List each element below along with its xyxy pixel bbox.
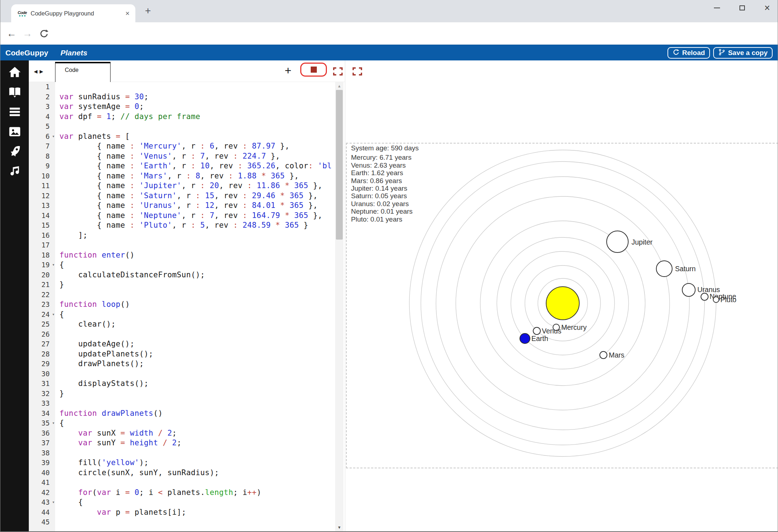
scroll-up-icon[interactable]: ▲	[335, 82, 343, 90]
branch-icon	[718, 49, 725, 58]
line-number: 38	[29, 448, 55, 458]
window-minimize-icon[interactable]	[711, 2, 723, 14]
planet-age-text: Mercury: 6.71 years	[351, 154, 419, 161]
code-text: ];	[55, 231, 335, 241]
code-text	[55, 122, 335, 132]
line-number: 36	[29, 428, 55, 438]
line-number: 15	[29, 220, 55, 231]
code-line: 17	[29, 240, 335, 250]
code-text	[55, 329, 335, 340]
fold-marker-icon[interactable]: ▾	[52, 260, 55, 270]
back-button[interactable]: ←	[4, 22, 19, 45]
line-number: 12	[29, 191, 55, 201]
output-fullscreen-icon[interactable]	[352, 67, 362, 76]
tab-close-icon[interactable]: ×	[125, 9, 130, 18]
code-line: 27 updateAge();	[29, 339, 335, 349]
code-line: 29 drawPlanets();	[29, 359, 335, 369]
music-icon	[8, 164, 22, 179]
line-number: 30	[29, 369, 55, 379]
sidebar-item-book[interactable]	[0, 85, 29, 101]
window-controls: ×	[711, 0, 773, 16]
line-number: 42	[29, 488, 55, 498]
line-number: 39	[29, 458, 55, 468]
line-number: 35▾	[29, 418, 55, 428]
sidebar-item-list[interactable]	[0, 104, 29, 121]
code-line: 15 { name : 'Pluto', r : 5, rev : 248.59…	[29, 220, 335, 231]
sidebar-item-image[interactable]	[0, 124, 29, 141]
code-line: 9 { name : 'Earth', r : 10, rev : 365.26…	[29, 161, 335, 171]
fold-marker-icon[interactable]: ▾	[52, 310, 55, 320]
code-text: }	[55, 280, 335, 290]
planet-age-text: Mars: 0.86 years	[351, 177, 419, 185]
code-line: 21}	[29, 280, 335, 290]
code-line: 34function drawPlanets()	[29, 409, 335, 419]
code-line: 28 updatePlanets();	[29, 349, 335, 359]
sidebar-item-music[interactable]	[0, 164, 29, 180]
scroll-down-icon[interactable]: ▼	[335, 523, 343, 531]
code-text	[55, 478, 335, 488]
code-text: drawPlanets();	[55, 359, 335, 369]
line-number: 20	[29, 270, 55, 280]
output-pane: System age: 590 days Mercury: 6.71 years…	[345, 60, 778, 532]
code-text: { name : 'Pluto', r : 5, rev : 248.59 * …	[55, 220, 335, 231]
planet-age-text: Saturn: 0.05 years	[351, 192, 419, 200]
line-number: 25	[29, 319, 55, 329]
planet-age-text: Neptune: 0.01 years	[351, 208, 419, 215]
fold-marker-icon[interactable]: ▾	[52, 132, 55, 142]
line-number: 41	[29, 478, 55, 488]
list-icon	[8, 105, 22, 120]
reload-button[interactable]: Reload	[667, 47, 710, 59]
planet-age-text: Uranus: 0.02 years	[351, 200, 419, 208]
fold-marker-icon[interactable]: ▾	[52, 497, 55, 508]
code-line: 40 circle(sunX, sunY, sunRadius);	[29, 468, 335, 478]
add-file-button[interactable]: +	[281, 64, 295, 78]
code-editing-area[interactable]: 12var sunRadius = 30;3var systemAge = 0;…	[29, 82, 345, 532]
code-line: 45	[29, 517, 335, 527]
window-close-icon[interactable]: ×	[761, 2, 773, 14]
fold-marker-icon[interactable]: ▾	[52, 418, 55, 428]
line-number: 32	[29, 389, 55, 399]
code-line: 5	[29, 122, 335, 132]
code-text: function loop()	[55, 300, 335, 310]
code-line: 6▾var planets = [	[29, 132, 335, 142]
line-number: 34	[29, 409, 55, 419]
editor-scrollbar[interactable]: ▲ ▼	[335, 82, 343, 532]
code-text: { name : 'Venus', r : 7, rev : 224.7 },	[55, 151, 335, 162]
code-text: calculateDistanceFromSun();	[55, 270, 335, 280]
code-text: displayStats();	[55, 379, 335, 389]
code-line: 19▾{	[29, 260, 335, 270]
code-line: 18function enter()	[29, 250, 335, 260]
code-line: 26	[29, 329, 335, 340]
save-a-copy-button[interactable]: Save a copy	[713, 47, 773, 59]
code-text: }	[55, 389, 335, 399]
code-line: 24▾{	[29, 310, 335, 320]
code-text	[55, 399, 335, 409]
window-maximize-icon[interactable]	[736, 2, 748, 14]
line-number: 5	[29, 122, 55, 132]
code-line: 39 fill('yellow');	[29, 458, 335, 468]
planet-age-text: Pluto: 0.01 years	[351, 215, 419, 223]
code-text: { name : 'Jupiter', r : 20, rev : 11.86 …	[55, 181, 335, 191]
code-line: 30	[29, 369, 335, 379]
sidebar-item-rocket[interactable]	[0, 144, 29, 160]
line-number: 10	[29, 171, 55, 181]
image-icon	[8, 125, 22, 140]
code-line: 14 { name : 'Neptune', r : 7, rev : 164.…	[29, 211, 335, 221]
tab-scroll-right-icon[interactable]: ▶	[40, 69, 43, 74]
sidebar-item-home[interactable]	[0, 65, 29, 81]
line-number: 14	[29, 211, 55, 221]
code-line: 36 var sunX = width / 2;	[29, 428, 335, 438]
code-line: 13 { name : 'Uranus', r : 12, rev : 84.0…	[29, 201, 335, 211]
stop-button[interactable]	[300, 63, 327, 77]
editor-fullscreen-icon[interactable]	[333, 67, 343, 76]
browser-tab[interactable]: Code CodeGuppy Playground ×	[11, 4, 135, 22]
page-reload-icon[interactable]	[36, 22, 51, 45]
new-tab-button[interactable]: +	[141, 5, 155, 17]
tab-scroll-left-icon[interactable]: ◀	[34, 69, 37, 74]
brand-logo[interactable]: CodeGuppy	[5, 49, 48, 57]
code-line: 4var dpf = 1; // days per frame	[29, 112, 335, 122]
line-number: 43▾	[29, 497, 55, 508]
scrollbar-thumb[interactable]	[336, 90, 343, 240]
line-number: 8	[29, 151, 55, 162]
tab-code[interactable]: Code	[55, 62, 111, 82]
